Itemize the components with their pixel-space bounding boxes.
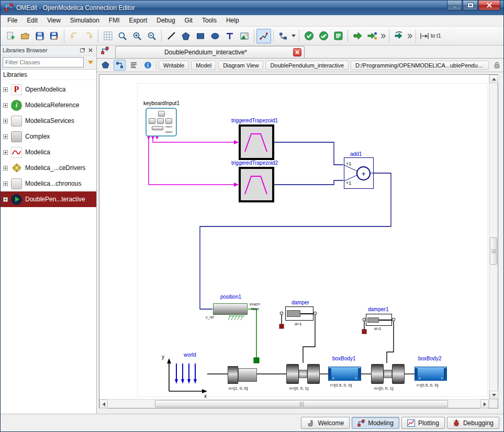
debugging-perspective-button[interactable]: Debugging xyxy=(447,417,499,429)
connection-position1-joint1[interactable] xyxy=(248,309,256,358)
menu-fmi[interactable]: FMI xyxy=(104,15,125,26)
menu-edit[interactable]: Edit xyxy=(22,15,42,26)
check-model-button[interactable] xyxy=(301,29,316,43)
menu-debug[interactable]: Debug xyxy=(152,15,180,26)
library-item-modelica[interactable]: Modelica xyxy=(1,144,96,160)
component-damper[interactable] xyxy=(285,306,313,321)
expand-icon[interactable] xyxy=(3,181,8,186)
component-position1[interactable] xyxy=(213,303,248,315)
expand-icon[interactable] xyxy=(3,87,8,92)
undock-panel-button[interactable] xyxy=(79,47,86,54)
filter-classes-input[interactable] xyxy=(3,57,84,67)
library-item-modelicaservices[interactable]: ModelicaServices xyxy=(1,113,96,129)
connection-add1-position1[interactable] xyxy=(200,173,391,309)
scroll-down-button[interactable] xyxy=(489,391,498,399)
expand-icon[interactable] xyxy=(3,197,8,202)
transition-dropdown-caret[interactable] xyxy=(292,35,296,37)
component-boxbody2[interactable]: a b xyxy=(415,367,447,381)
connection-damper-joint2[interactable] xyxy=(303,315,315,363)
reset-zoom-button[interactable] xyxy=(115,29,130,43)
menu-export[interactable]: Export xyxy=(125,15,152,26)
connection-keyboard-trapezoid2[interactable] xyxy=(149,137,234,185)
expand-icon[interactable] xyxy=(3,150,8,155)
expand-icon[interactable] xyxy=(3,166,8,170)
diagram-view-button[interactable] xyxy=(114,60,126,71)
ellipse-tool-button[interactable] xyxy=(208,29,222,43)
library-item-modelica-devicedrivers[interactable]: Modelica_...ceDrivers xyxy=(1,160,96,176)
component-joint2[interactable] xyxy=(286,364,299,384)
component-triggeredtrapezoid2[interactable] xyxy=(239,167,274,202)
library-item-modelicareference[interactable]: i ModelicaReference xyxy=(1,97,96,113)
show-grid-button[interactable] xyxy=(100,29,115,43)
diagram-surface[interactable]: keyboardInput1 return space triggeredTra… xyxy=(99,75,489,399)
library-item-openmodelica[interactable]: P OpenModelica xyxy=(1,82,96,97)
transition-mode-button[interactable] xyxy=(276,29,290,43)
scroll-right-button[interactable] xyxy=(480,400,489,408)
bitmap-tool-button[interactable] xyxy=(237,29,252,43)
vertical-scrollbar[interactable] xyxy=(489,75,498,399)
horizontal-scroll-thumb[interactable] xyxy=(155,400,448,407)
menu-tools[interactable]: Tools xyxy=(197,15,221,26)
simulate-button[interactable] xyxy=(350,29,365,43)
diagram-canvas[interactable]: keyboardInput1 return space triggeredTra… xyxy=(99,74,498,408)
component-keyboardinput1[interactable]: return space xyxy=(145,108,177,137)
check-all-models-button[interactable] xyxy=(316,29,331,43)
component-joint3[interactable] xyxy=(371,364,384,384)
menu-simulation[interactable]: Simulation xyxy=(65,15,104,26)
close-button[interactable] xyxy=(478,1,500,10)
menu-file[interactable]: File xyxy=(3,15,22,26)
component-damper1[interactable] xyxy=(366,314,392,326)
menu-view[interactable]: View xyxy=(42,15,65,26)
connect-mode-button[interactable] xyxy=(256,29,271,43)
zoom-out-button[interactable] xyxy=(144,29,159,43)
menu-git[interactable]: Git xyxy=(180,15,197,26)
component-triggeredtrapezoid1[interactable] xyxy=(239,124,274,160)
instantiate-model-button[interactable] xyxy=(331,29,345,43)
menu-help[interactable]: Help xyxy=(221,15,244,26)
expand-icon[interactable] xyxy=(3,103,8,108)
resimulate-button[interactable] xyxy=(391,29,406,43)
library-item-complex[interactable]: Complex xyxy=(1,129,96,144)
library-item-modelica-synchronous[interactable]: Modelica...chronous xyxy=(1,176,96,191)
undo-button[interactable] xyxy=(66,29,81,43)
maximize-button[interactable] xyxy=(463,1,478,10)
titlebar[interactable]: OMEdit - OpenModelica Connection Editor xyxy=(1,1,503,15)
welcome-perspective-button[interactable]: Welcome xyxy=(301,417,350,429)
save-as-button[interactable] xyxy=(47,29,62,43)
tab-close-button[interactable] xyxy=(293,48,301,56)
close-panel-button[interactable] xyxy=(87,47,94,54)
save-button[interactable] xyxy=(32,29,47,43)
connection-trapezoid1-add1[interactable] xyxy=(274,142,343,165)
expand-icon[interactable] xyxy=(3,134,8,139)
icon-view-button[interactable] xyxy=(99,60,111,71)
modeling-perspective-button[interactable]: Modeling xyxy=(352,417,399,429)
component-boxbody1[interactable]: a b xyxy=(328,367,361,381)
component-joint1[interactable] xyxy=(228,366,238,384)
text-tool-button[interactable] xyxy=(222,29,237,43)
polygon-tool-button[interactable] xyxy=(178,29,193,43)
plotting-perspective-button[interactable]: Plotting xyxy=(401,417,445,429)
text-view-button[interactable] xyxy=(128,60,140,71)
documentation-view-button[interactable] xyxy=(142,60,154,71)
open-model-button[interactable] xyxy=(18,29,32,43)
scroll-left-button[interactable] xyxy=(99,400,108,408)
writable-label[interactable]: Writable xyxy=(159,61,189,70)
simulation-interval-widget[interactable]: to t1 xyxy=(418,32,443,40)
resimulate-overflow-chevron[interactable] xyxy=(406,33,413,39)
tab-doublependulum-interactive[interactable]: DoublePendulum_interactive* xyxy=(115,46,305,58)
scroll-up-button[interactable] xyxy=(489,75,498,83)
lock-icon[interactable] xyxy=(493,61,501,70)
zoom-in-button[interactable] xyxy=(130,29,144,43)
expand-icon[interactable] xyxy=(3,119,8,123)
connection-damper1-joint3[interactable] xyxy=(387,321,394,363)
filter-options-button[interactable] xyxy=(87,59,94,66)
rectangle-tool-button[interactable] xyxy=(193,29,208,43)
component-add1[interactable]: +1 +1 + xyxy=(344,157,374,189)
connection-trapezoid2-add1[interactable] xyxy=(274,180,343,185)
minimize-button[interactable] xyxy=(447,1,462,10)
simulate-with-debugger-button[interactable] xyxy=(365,29,379,43)
simulate-overflow-chevron[interactable] xyxy=(379,33,387,39)
line-tool-button[interactable] xyxy=(164,29,178,43)
redo-button[interactable] xyxy=(81,29,96,43)
vertical-scroll-thumb[interactable] xyxy=(490,237,497,265)
